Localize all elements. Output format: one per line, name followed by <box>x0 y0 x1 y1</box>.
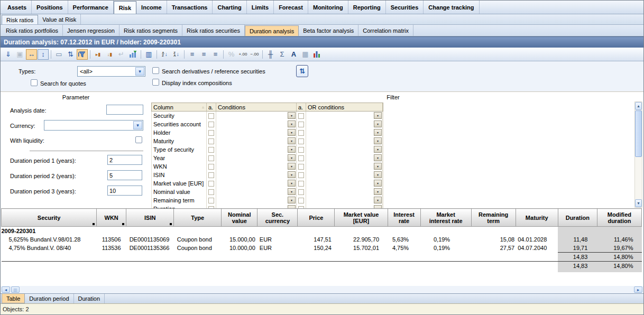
refresh-button[interactable]: ⇅ <box>296 65 308 77</box>
conditions-cell[interactable]: ▾ <box>216 112 297 120</box>
or-conditions-dropdown-icon[interactable]: ▾ <box>374 163 382 170</box>
subtab-jensen-regression[interactable]: Jensen regression <box>63 25 119 36</box>
scrollbar-thumb[interactable] <box>635 110 642 157</box>
or-conditions-cell[interactable]: ▾ <box>306 154 383 162</box>
or-conditions-dropdown-icon[interactable]: ▾ <box>374 137 382 144</box>
or-and-checkbox[interactable] <box>298 138 304 144</box>
security-row[interactable]: 5,625% Bundanl.V.98/01.28113506DE0001135… <box>2 235 642 244</box>
conditions-dropdown-icon[interactable]: ▾ <box>288 197 296 203</box>
export-data-icon[interactable]: ⇓ <box>3 49 14 60</box>
tab-assets[interactable]: Assets <box>3 1 32 14</box>
tab-reporting[interactable]: Reporting <box>348 1 386 14</box>
scroll-up-icon[interactable]: ▴ <box>635 102 642 110</box>
with-liquidity-checkbox[interactable] <box>135 136 142 143</box>
analysis-date-input[interactable] <box>106 105 143 115</box>
conditions-dropdown-icon[interactable]: ▾ <box>288 137 296 144</box>
fit-width-icon[interactable]: ↔ <box>26 49 37 60</box>
conditions-dropdown-icon[interactable]: ▾ <box>288 112 296 119</box>
or-conditions-cell[interactable]: ▾ <box>306 137 383 145</box>
subtab-risk-ratios-portfolios[interactable]: Risk ratios portfolios <box>2 25 63 36</box>
column-header-price[interactable]: Price <box>298 209 335 227</box>
conditions-cell[interactable]: ▾ <box>216 120 297 128</box>
conditions-cell[interactable]: ▾ <box>216 179 297 188</box>
currency-combobox[interactable]: ▾ <box>44 120 143 131</box>
filter-header-2[interactable]: Conditions <box>216 103 297 111</box>
conditions-dropdown-icon[interactable]: ▾ <box>288 171 296 178</box>
sum-icon[interactable]: Σ <box>277 49 288 60</box>
column-header-market-value[interactable]: Market value [EUR] <box>335 209 388 227</box>
tab-risk[interactable]: Risk <box>114 1 136 14</box>
or-conditions-cell[interactable]: ▾ <box>306 145 383 154</box>
and-checkbox[interactable] <box>208 189 214 195</box>
conditions-cell[interactable]: ▾ <box>216 196 297 205</box>
search-quotes-checkbox[interactable] <box>31 79 38 86</box>
tab-positions[interactable]: Positions <box>32 1 68 14</box>
column-header-isin[interactable]: ISIN <box>126 209 174 227</box>
or-conditions-dropdown-icon[interactable]: ▾ <box>374 197 382 203</box>
filter-header-0[interactable]: Column▵ <box>152 103 207 111</box>
search-derivatives-checkbox[interactable] <box>152 67 159 74</box>
or-conditions-cell[interactable]: ▾ <box>306 179 383 188</box>
conditions-cell[interactable]: ▾ <box>216 137 297 145</box>
and-checkbox[interactable] <box>208 138 214 144</box>
column-header-duration[interactable]: Duration <box>558 209 597 227</box>
conditions-dropdown-icon[interactable]: ▾ <box>288 121 296 127</box>
chevron-down-icon[interactable]: ▾ <box>133 121 142 129</box>
scroll-left-icon[interactable]: ◂ <box>2 286 10 293</box>
or-and-checkbox[interactable] <box>298 122 304 127</box>
scroll-right-icon[interactable]: ▸ <box>634 286 642 293</box>
subtab-risk-ratios[interactable]: Risk ratios <box>2 15 38 24</box>
conditions-dropdown-icon[interactable]: ▾ <box>288 154 296 161</box>
tab-limits[interactable]: Limits <box>247 1 274 14</box>
and-checkbox[interactable] <box>208 122 214 127</box>
tab-forecast[interactable]: Forecast <box>274 1 308 14</box>
or-and-checkbox[interactable] <box>298 164 304 170</box>
and-checkbox[interactable] <box>208 130 214 136</box>
remove-decimals-icon[interactable]: −.00 <box>249 49 260 60</box>
or-conditions-cell[interactable]: ▾ <box>306 128 383 137</box>
sort-ascending-icon[interactable]: AZ↓ <box>159 49 170 60</box>
conditions-dropdown-icon[interactable]: ▾ <box>288 188 296 195</box>
tab-transactions[interactable]: Transactions <box>167 1 213 14</box>
and-checkbox[interactable] <box>208 164 214 170</box>
scroll-down-icon[interactable]: ▾ <box>635 199 642 207</box>
tab-change-tracking[interactable]: Change tracking <box>424 1 479 14</box>
grid-columns-icon[interactable]: ▥ <box>143 49 154 60</box>
hierarchy-columns-icon[interactable] <box>127 49 139 60</box>
or-and-checkbox[interactable] <box>298 172 304 178</box>
column-grid-icon[interactable]: ▥ <box>11 286 20 293</box>
or-conditions-dropdown-icon[interactable]: ▾ <box>374 129 382 136</box>
column-header-market-interest-rate[interactable]: Market interest rate <box>420 209 471 227</box>
align-right-icon[interactable]: ≡ <box>210 49 221 60</box>
view-tab-duration[interactable]: Duration <box>74 294 105 303</box>
column-header-sec-currency[interactable]: Sec. currency <box>257 209 298 227</box>
refresh-view-icon[interactable]: ⇅ <box>65 49 76 60</box>
conditions-dropdown-icon[interactable]: ▾ <box>288 180 296 187</box>
horizontal-scrollbar[interactable]: ◂ ▥ ▸ <box>1 286 643 293</box>
column-header-wkn[interactable]: WKN <box>97 209 126 227</box>
column-header-security[interactable]: Security <box>2 209 97 227</box>
tab-charting[interactable]: Charting <box>213 1 246 14</box>
conditions-cell[interactable]: ▾ <box>216 188 297 196</box>
or-conditions-cell[interactable]: ▾ <box>306 188 383 196</box>
tab-securities[interactable]: Securities <box>386 1 424 14</box>
conditions-cell[interactable]: ▾ <box>216 205 297 208</box>
duration-period-2-input[interactable] <box>107 170 142 180</box>
view-tab-table[interactable]: Table <box>2 294 25 303</box>
or-conditions-dropdown-icon[interactable]: ▾ <box>374 188 382 195</box>
security-row[interactable]: 4,75% Bundanl.V. 08/40113536DE0001135366… <box>2 244 642 253</box>
align-center-icon[interactable]: ≡ <box>198 49 209 60</box>
subtab-value-at-risk[interactable]: Value at Risk <box>38 14 81 24</box>
or-and-checkbox[interactable] <box>298 113 304 119</box>
or-conditions-dropdown-icon[interactable]: ▾ <box>374 112 382 119</box>
subtab-risk-ratios-securities[interactable]: Risk ratios securities <box>182 25 245 36</box>
or-conditions-dropdown-icon[interactable]: ▾ <box>374 171 382 178</box>
or-conditions-cell[interactable]: ▾ <box>306 112 383 120</box>
align-justify-icon[interactable]: ≡ <box>187 49 198 60</box>
duration-period-3-input[interactable] <box>107 186 142 196</box>
add-decimals-icon[interactable]: +.00 <box>237 49 249 60</box>
tab-income[interactable]: Income <box>136 1 167 14</box>
or-and-checkbox[interactable] <box>298 189 304 195</box>
conditions-cell[interactable]: ▾ <box>216 171 297 179</box>
or-and-checkbox[interactable] <box>298 130 304 136</box>
